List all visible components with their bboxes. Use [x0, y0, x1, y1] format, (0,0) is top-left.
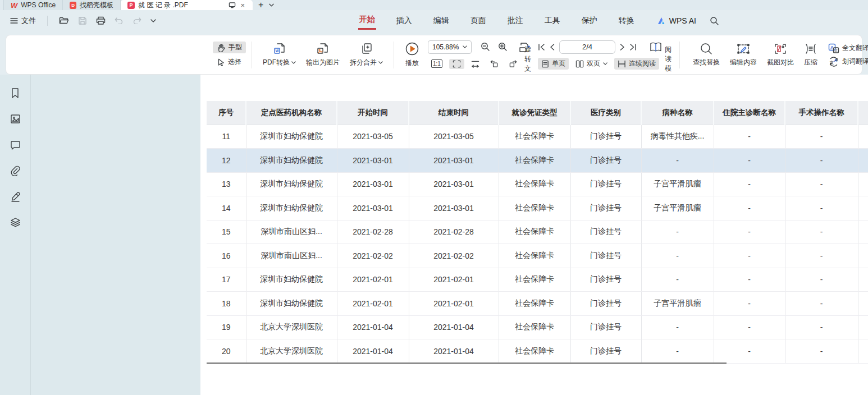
toolbar: 手型 选择 W PDF转换 输出为图片	[6, 35, 862, 75]
menu-tab-protect[interactable]: 保护	[581, 12, 599, 29]
more-actions-chevron-icon[interactable]	[150, 19, 156, 22]
bookmark-icon[interactable]	[9, 87, 21, 99]
menu-tab-page[interactable]: 页面	[469, 12, 487, 29]
table-header-cell: 就诊凭证类型	[499, 101, 570, 125]
page-number-input[interactable]: 2/4	[559, 40, 615, 54]
layers-icon[interactable]	[9, 216, 21, 228]
tab-docer-templates[interactable]: D 找稻壳模板	[63, 0, 121, 10]
continuous-read-button[interactable]: 连续阅读	[614, 58, 659, 70]
double-page-button[interactable]: 双页	[572, 58, 611, 70]
rotate-left-button[interactable]	[486, 58, 502, 69]
first-page-icon[interactable]	[538, 44, 545, 50]
menu-bar: 文件 开始 插入 编辑 页面	[0, 10, 868, 31]
read-mode-icon[interactable]	[649, 42, 663, 53]
tab-wps-office[interactable]: W WPS Office	[3, 0, 63, 10]
menu-tab-convert[interactable]: 转换	[618, 12, 636, 29]
table-cell: 社会保障卡	[499, 268, 570, 292]
edit-content-button[interactable]: 编辑内容	[725, 42, 762, 67]
open-folder-icon[interactable]	[59, 16, 69, 25]
actual-size-button[interactable]: 1:1	[428, 58, 446, 69]
file-menu-button[interactable]: 文件	[10, 16, 36, 26]
screenshot-compare-button[interactable]: 截图对比	[762, 42, 799, 67]
table-row: 17深圳市妇幼保健院2021-02-012021-02-01社会保障卡门诊挂号-…	[207, 268, 868, 292]
menu-tab-tools[interactable]: 工具	[543, 12, 561, 29]
thumbnail-image-icon[interactable]	[9, 113, 21, 125]
table-cell	[858, 149, 868, 173]
full-text-translate-button[interactable]: A文 全文翻译	[828, 43, 868, 53]
table-cell: 北京大学深圳医院	[246, 339, 337, 364]
search-icon[interactable]	[710, 16, 719, 25]
table-bottom-border	[207, 362, 727, 364]
table-cell	[858, 220, 868, 244]
table-cell: 门诊挂号	[570, 172, 641, 196]
play-button[interactable]: 播放	[400, 42, 424, 68]
screen-cast-icon[interactable]	[229, 2, 236, 8]
table-cell: 2021-02-01	[409, 292, 499, 316]
last-page-icon[interactable]	[629, 44, 637, 50]
attachment-icon[interactable]	[9, 164, 21, 177]
compress-button[interactable]: 压缩	[799, 42, 823, 67]
fit-page-button[interactable]	[449, 59, 464, 69]
single-page-button[interactable]: 单页	[538, 58, 569, 70]
table-cell: -	[714, 244, 785, 268]
rotate-right-button[interactable]	[505, 58, 521, 69]
word-translate-button[interactable]: 文A 划词翻译	[828, 57, 868, 67]
close-tab-icon[interactable]: ×	[239, 2, 246, 9]
hand-tool-button[interactable]: 手型	[213, 42, 246, 53]
table-cell: 2021-01-04	[337, 339, 409, 364]
table-cell: 2021-02-02	[337, 244, 409, 268]
pdf-file-icon: P	[127, 2, 135, 9]
tab-list-chevron-icon[interactable]	[269, 3, 274, 7]
export-image-button[interactable]: 输出为图片	[301, 42, 345, 67]
full-text-translate-icon: A文	[828, 43, 839, 53]
divider	[394, 42, 394, 68]
tab-document-pdf[interactable]: P 就 医 记 录 .PDF ×	[121, 0, 253, 10]
find-replace-button[interactable]: 查找替换	[688, 42, 725, 67]
table-header-cell: 定点医药机构名称	[246, 101, 337, 125]
table-cell: 子宫平滑肌瘤	[641, 292, 714, 316]
table-cell	[858, 172, 868, 196]
zoom-in-icon[interactable]	[498, 42, 508, 52]
table-cell: 深圳市妇幼保健院	[246, 292, 337, 316]
table-row: 13深圳市妇幼保健院2021-03-012021-03-01社会保障卡门诊挂号子…	[207, 172, 868, 196]
fit-width-button[interactable]	[468, 59, 483, 69]
zoom-out-icon[interactable]	[481, 42, 490, 52]
svg-text:文: 文	[834, 48, 838, 52]
screenshot-compare-icon	[774, 42, 787, 56]
table-header-cell: 住院主诊断名称	[714, 101, 785, 125]
table-cell: 门诊挂号	[570, 244, 641, 268]
signature-pen-icon[interactable]	[9, 190, 21, 203]
redo-icon[interactable]	[133, 17, 141, 24]
split-merge-button[interactable]: 拆分合并	[345, 42, 388, 67]
table-cell: -	[714, 339, 785, 364]
pdf-convert-button[interactable]: W PDF转换	[258, 42, 301, 67]
menu-tab-edit[interactable]: 编辑	[432, 12, 450, 29]
table-cell: -	[785, 339, 858, 364]
edit-content-icon	[737, 42, 750, 56]
undo-icon[interactable]	[115, 17, 124, 24]
menu-tab-insert[interactable]: 插入	[395, 12, 413, 29]
comment-icon[interactable]	[9, 139, 21, 151]
table-cell: -	[641, 315, 714, 339]
find-replace-label: 查找替换	[693, 58, 720, 67]
zoom-level-input[interactable]: 105.88%	[428, 40, 472, 54]
table-cell: 2021-03-01	[409, 172, 499, 196]
table-cell: 深圳市妇幼保健院	[246, 149, 337, 173]
previous-page-icon[interactable]	[550, 44, 555, 50]
table-row: 14深圳市妇幼保健院2021-03-012021-03-01社会保障卡门诊挂号子…	[207, 196, 868, 221]
print-icon[interactable]	[96, 16, 106, 25]
new-tab-button[interactable]: +	[258, 1, 263, 10]
rotate-left-icon	[490, 59, 499, 68]
double-page-label: 双页	[587, 59, 600, 68]
table-cell: -	[785, 220, 858, 244]
table-cell: 社会保障卡	[499, 196, 570, 221]
document-viewer[interactable]: 序号定点医药机构名称开始时间结束时间就诊凭证类型医疗类别病种名称住院主诊断名称手…	[31, 75, 868, 395]
menu-tab-comment[interactable]: 批注	[506, 12, 524, 29]
select-tool-button[interactable]: 选择	[213, 56, 246, 68]
save-icon[interactable]	[78, 16, 87, 25]
wps-ai-button[interactable]: WPS AI	[657, 16, 696, 25]
menu-tab-home[interactable]: 开始	[358, 11, 376, 30]
table-cell	[858, 196, 868, 221]
next-page-icon[interactable]	[620, 44, 625, 50]
table-cell: 20	[207, 339, 246, 364]
